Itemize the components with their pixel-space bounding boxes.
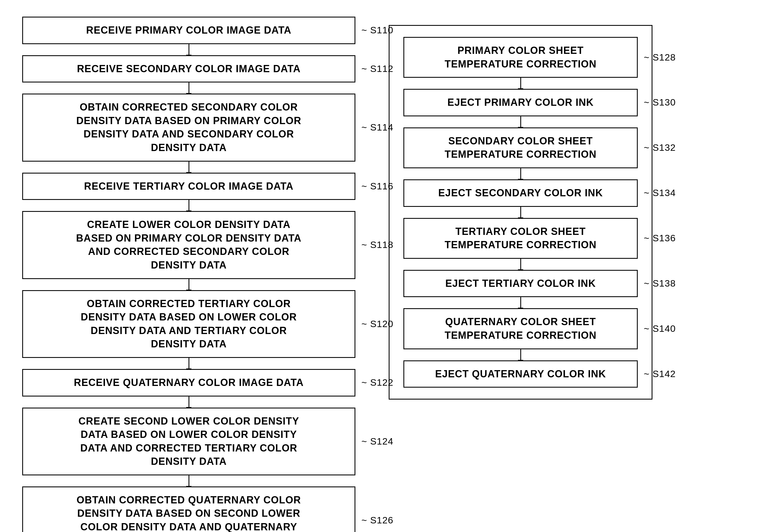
- arrow-s124: [189, 475, 189, 486]
- flow-box-s132: SECONDARY COLOR SHEET TEMPERATURE CORREC…: [403, 127, 638, 168]
- arrow-s136: [520, 259, 521, 270]
- step-label-s118: S118: [361, 239, 393, 251]
- step-wrapper-s138: EJECT TERTIARY COLOR INKS138: [403, 270, 638, 308]
- step-wrapper-s112: RECEIVE SECONDARY COLOR IMAGE DATAS112: [22, 55, 355, 94]
- flow-box-s142: EJECT QUATERNARY COLOR INKS142: [403, 360, 638, 388]
- flow-box-s140: QUATERNARY COLOR SHEET TEMPERATURE CORRE…: [403, 308, 638, 349]
- arrow-s112: [189, 82, 189, 94]
- flow-box-s130: EJECT PRIMARY COLOR INKS130: [403, 89, 638, 116]
- arrow-s130: [520, 116, 521, 127]
- step-wrapper-s110: RECEIVE PRIMARY COLOR IMAGE DATAS110: [22, 17, 355, 55]
- step-label-s110: S110: [361, 24, 393, 37]
- step-label-s114: S114: [361, 121, 393, 134]
- arrow-s110: [189, 44, 189, 55]
- flow-box-s112: RECEIVE SECONDARY COLOR IMAGE DATAS112: [22, 55, 355, 83]
- step-wrapper-s130: EJECT PRIMARY COLOR INKS130: [403, 89, 638, 127]
- left-column: RECEIVE PRIMARY COLOR IMAGE DATAS110RECE…: [22, 17, 355, 532]
- step-label-s126: S126: [361, 514, 393, 527]
- flow-box-s128: PRIMARY COLOR SHEET TEMPERATURE CORRECTI…: [403, 37, 638, 78]
- right-outer-border: PRIMARY COLOR SHEET TEMPERATURE CORRECTI…: [389, 25, 652, 400]
- flow-box-s136: TERTIARY COLOR SHEET TEMPERATURE CORRECT…: [403, 218, 638, 259]
- flow-box-s114: OBTAIN CORRECTED SECONDARY COLOR DENSITY…: [22, 94, 355, 161]
- step-label-s142: S142: [644, 368, 676, 380]
- arrow-s116: [189, 200, 189, 211]
- step-label-s140: S140: [644, 322, 676, 335]
- step-wrapper-s118: CREATE LOWER COLOR DENSITY DATA BASED ON…: [22, 211, 355, 290]
- arrow-s134: [520, 207, 521, 218]
- step-wrapper-s126: OBTAIN CORRECTED QUATERNARY COLOR DENSIT…: [22, 486, 355, 532]
- step-label-s136: S136: [644, 232, 676, 245]
- right-column: PRIMARY COLOR SHEET TEMPERATURE CORRECTI…: [389, 25, 652, 400]
- step-wrapper-s124: CREATE SECOND LOWER COLOR DENSITY DATA B…: [22, 408, 355, 486]
- step-label-s134: S134: [644, 187, 676, 199]
- arrow-s118: [189, 279, 189, 290]
- step-label-s138: S138: [644, 277, 676, 290]
- diagram-container: RECEIVE PRIMARY COLOR IMAGE DATAS110RECE…: [22, 17, 744, 532]
- arrow-s138: [520, 297, 521, 308]
- step-label-s128: S128: [644, 51, 676, 64]
- arrow-s140: [520, 349, 521, 360]
- step-wrapper-s132: SECONDARY COLOR SHEET TEMPERATURE CORREC…: [403, 127, 638, 179]
- step-label-s120: S120: [361, 318, 393, 330]
- step-wrapper-s142: EJECT QUATERNARY COLOR INKS142: [403, 360, 638, 388]
- arrow-s128: [520, 78, 521, 89]
- flow-box-s124: CREATE SECOND LOWER COLOR DENSITY DATA B…: [22, 408, 355, 475]
- step-label-s132: S132: [644, 141, 676, 154]
- step-label-s112: S112: [361, 62, 393, 75]
- step-wrapper-s136: TERTIARY COLOR SHEET TEMPERATURE CORRECT…: [403, 218, 638, 270]
- step-wrapper-s134: EJECT SECONDARY COLOR INKS134: [403, 179, 638, 218]
- step-wrapper-s128: PRIMARY COLOR SHEET TEMPERATURE CORRECTI…: [403, 37, 638, 89]
- step-wrapper-s140: QUATERNARY COLOR SHEET TEMPERATURE CORRE…: [403, 308, 638, 360]
- step-wrapper-s116: RECEIVE TERTIARY COLOR IMAGE DATAS116: [22, 173, 355, 211]
- step-label-s130: S130: [644, 96, 676, 109]
- arrow-s120: [189, 358, 189, 369]
- arrow-s132: [520, 168, 521, 179]
- step-wrapper-s122: RECEIVE QUATERNARY COLOR IMAGE DATAS122: [22, 369, 355, 408]
- flow-box-s118: CREATE LOWER COLOR DENSITY DATA BASED ON…: [22, 211, 355, 279]
- flow-box-s110: RECEIVE PRIMARY COLOR IMAGE DATAS110: [22, 17, 355, 44]
- flow-box-s134: EJECT SECONDARY COLOR INKS134: [403, 179, 638, 207]
- arrow-s114: [189, 162, 189, 173]
- flow-box-s116: RECEIVE TERTIARY COLOR IMAGE DATAS116: [22, 173, 355, 200]
- flow-box-s120: OBTAIN CORRECTED TERTIARY COLOR DENSITY …: [22, 290, 355, 358]
- step-label-s124: S124: [361, 435, 393, 448]
- flow-box-s138: EJECT TERTIARY COLOR INKS138: [403, 270, 638, 297]
- step-wrapper-s114: OBTAIN CORRECTED SECONDARY COLOR DENSITY…: [22, 94, 355, 172]
- flow-box-s122: RECEIVE QUATERNARY COLOR IMAGE DATAS122: [22, 369, 355, 397]
- flow-box-s126: OBTAIN CORRECTED QUATERNARY COLOR DENSIT…: [22, 486, 355, 532]
- arrow-s122: [189, 397, 189, 408]
- step-wrapper-s120: OBTAIN CORRECTED TERTIARY COLOR DENSITY …: [22, 290, 355, 369]
- step-label-s116: S116: [361, 180, 393, 193]
- step-label-s122: S122: [361, 376, 393, 389]
